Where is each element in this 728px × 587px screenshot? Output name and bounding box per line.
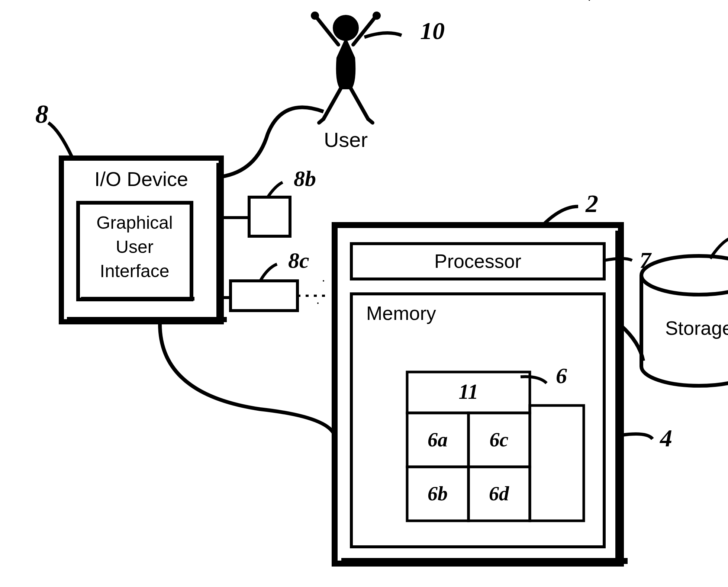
callout-8b: 8b [294, 166, 316, 191]
leader-8 [48, 123, 73, 158]
callout-6: 6 [556, 363, 567, 388]
computer-shadow-r [615, 231, 621, 564]
leader-6 [521, 377, 547, 383]
processor-label: Processor [434, 250, 521, 272]
svg-point-2 [374, 13, 379, 18]
connector-io-computer [160, 324, 335, 435]
callout-8c: 8c [288, 248, 309, 273]
memory-box [351, 294, 604, 547]
gui-line1: Graphical [96, 213, 173, 232]
mem-6d: 6d [489, 482, 509, 505]
leader-8c [260, 264, 277, 281]
aux-box-8c [231, 281, 297, 311]
user-figure [313, 13, 379, 123]
leader-10 [364, 33, 402, 37]
callout-2: 2 [585, 189, 598, 218]
callout-10: 10 [420, 17, 445, 44]
leader-8b [268, 182, 283, 197]
svg-point-1 [313, 13, 317, 18]
gui-line2: User [116, 237, 153, 257]
storage-label: Storage [665, 317, 728, 339]
leader-4 [621, 434, 653, 439]
user-label: User [324, 128, 368, 151]
gui-shadow-r [190, 206, 193, 301]
mem-6c: 6c [490, 429, 509, 451]
mem-6b: 6b [428, 482, 448, 505]
memory-label: Memory [366, 302, 436, 324]
computer-shadow-b [341, 558, 628, 564]
callout-8: 8 [35, 100, 48, 128]
svg-rect-8 [530, 405, 584, 521]
memory-grid: 11 6a 6c 6b 6d [407, 372, 584, 521]
io-device-shadow-b [67, 317, 227, 322]
io-device-shadow-r [216, 163, 222, 322]
svg-point-0 [335, 17, 357, 39]
aux-box-8b [249, 197, 290, 236]
gui-line3: Interface [100, 261, 170, 281]
svg-point-9 [641, 256, 728, 295]
artifact-dot [317, 302, 319, 304]
callout-4: 4 [659, 424, 672, 452]
artifact-dot [323, 280, 324, 282]
artifact-dot [589, 0, 590, 1]
mem-6a: 6a [428, 429, 448, 451]
mem-11: 11 [459, 380, 479, 403]
io-device-title: I/O Device [94, 168, 188, 190]
gui-shadow-b [81, 297, 194, 301]
